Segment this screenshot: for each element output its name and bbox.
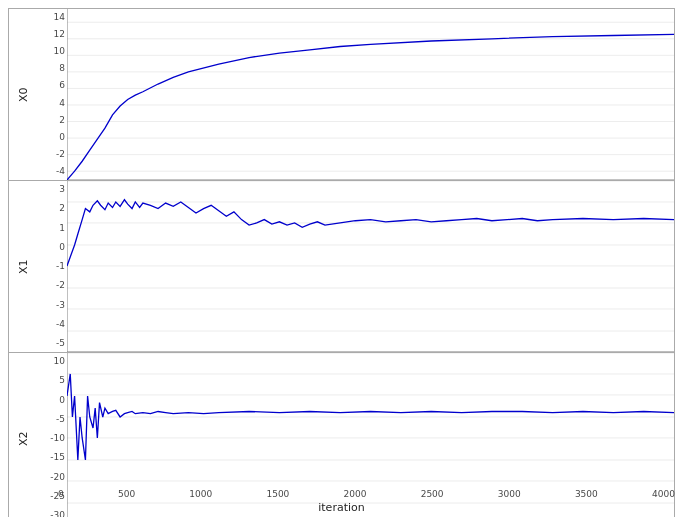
chart-area-x0 xyxy=(67,9,674,180)
panel-x1: X1 3 2 1 0 -1 -2 -3 -4 -5 xyxy=(8,180,675,352)
x-tick-3000: 3000 xyxy=(498,489,521,499)
y-ticks-x0: 14 12 10 8 6 4 2 0 -2 -4 xyxy=(37,9,67,180)
x-tick-0: 0 xyxy=(58,489,64,499)
y-label-x1: X1 xyxy=(9,181,37,352)
x-tick-2000: 2000 xyxy=(344,489,367,499)
x-tick-3500: 3500 xyxy=(575,489,598,499)
x-tick-500: 500 xyxy=(118,489,135,499)
x-axis-section: 0 500 1000 1500 2000 2500 3000 3500 4000… xyxy=(0,487,683,517)
chart-svg-x1 xyxy=(67,181,674,352)
y-ticks-x1: 3 2 1 0 -1 -2 -3 -4 -5 xyxy=(37,181,67,352)
x-tick-1500: 1500 xyxy=(266,489,289,499)
x-ticks-row: 0 500 1000 1500 2000 2500 3000 3500 4000 xyxy=(58,487,675,499)
chart-container: X0 14 12 10 8 6 4 2 0 -2 -4 xyxy=(0,0,683,517)
x-tick-1000: 1000 xyxy=(189,489,212,499)
chart-svg-x0 xyxy=(67,9,674,180)
chart-area-x1 xyxy=(67,181,674,352)
x-tick-4000: 4000 xyxy=(652,489,675,499)
y-label-x0: X0 xyxy=(9,9,37,180)
x-tick-2500: 2500 xyxy=(421,489,444,499)
panel-x0: X0 14 12 10 8 6 4 2 0 -2 -4 xyxy=(8,8,675,180)
x-axis-label: iteration xyxy=(0,501,683,514)
